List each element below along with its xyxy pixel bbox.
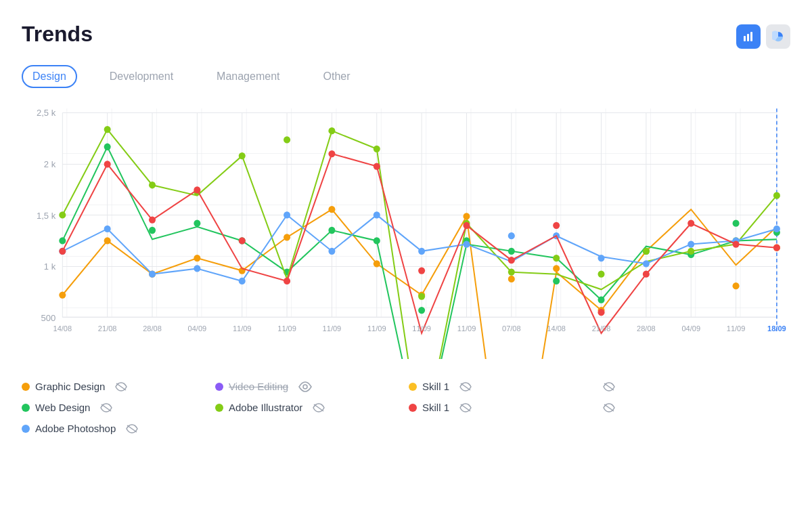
eye-hidden-icon-empty2[interactable]	[602, 402, 616, 413]
legend-dot-video-editing	[215, 383, 223, 391]
dot-graphic-design-11	[553, 265, 560, 272]
legend-empty-4	[409, 423, 597, 434]
dot-s1-0	[59, 248, 66, 255]
eye-hidden-icon-web-design[interactable]	[99, 402, 113, 413]
dot-graphic-design-5	[284, 234, 290, 240]
dot-web-design-2	[149, 227, 156, 234]
x-label-10: 07/08	[502, 324, 521, 333]
eye-hidden-icon-skill1-red[interactable]	[459, 402, 472, 413]
dot-s1-13	[643, 271, 650, 278]
legend-empty-3	[215, 423, 403, 434]
dot-ap-12	[597, 255, 604, 261]
legend-dot-skill1-red	[409, 404, 417, 412]
dot-ai-2	[149, 182, 156, 188]
legend-label-adobe-photoshop: Adobe Photoshop	[35, 423, 116, 434]
chart-grid	[62, 108, 777, 317]
dot-ai-11	[553, 255, 560, 261]
dot-web-design-1	[104, 144, 111, 150]
eye-hidden-icon-skill1-yellow[interactable]	[459, 381, 472, 392]
x-label-15: 11/09	[727, 324, 746, 333]
dot-graphic-design-3	[194, 255, 200, 261]
dot-ai-10	[508, 268, 515, 275]
dot-s1-10	[508, 257, 515, 263]
dot-web-design-12	[597, 297, 604, 303]
dot-ap-3	[194, 265, 200, 272]
bar-chart-icon	[742, 30, 754, 43]
eye-hidden-icon-empty1[interactable]	[602, 381, 616, 392]
dot-s1-14	[687, 220, 694, 227]
x-label-3: 04/09	[188, 324, 207, 333]
legend-item-empty2	[602, 402, 790, 413]
y-label-2-5k: 2,5 k	[37, 107, 56, 117]
dot-graphic-design-9	[463, 213, 470, 219]
pie-chart-button[interactable]	[766, 24, 790, 49]
dot-ap-16	[773, 226, 780, 232]
legend-label-graphic-design: Graphic Design	[35, 381, 105, 392]
legend-dot-adobe-illustrator	[215, 404, 223, 412]
tab-design[interactable]: Design	[22, 65, 77, 88]
svg-rect-1	[747, 34, 749, 41]
dot-s1-6	[328, 150, 335, 157]
svg-rect-2	[750, 32, 752, 41]
dot-s1-16	[773, 245, 780, 251]
pie-chart-icon	[772, 30, 784, 43]
legend-dot-adobe-photoshop	[22, 425, 30, 433]
dot-ai-0	[59, 211, 66, 218]
dot-web-design-8	[418, 307, 425, 314]
legend-label-video-editing: Video Editing	[229, 381, 288, 392]
x-label-0: 14/08	[53, 324, 72, 333]
dot-ap-2	[149, 271, 156, 278]
y-label-1-5k: 1,5 k	[37, 210, 56, 220]
x-label-6: 11/09	[323, 324, 342, 333]
eye-open-icon-video-editing[interactable]	[298, 381, 313, 392]
legend-item-skill1-red: Skill 1	[409, 402, 597, 413]
x-label-11: 14/08	[547, 324, 566, 333]
dot-graphic-design-7	[374, 260, 380, 267]
legend-label-web-design: Web Design	[35, 402, 90, 413]
dot-web-design-6	[328, 227, 335, 234]
tab-development[interactable]: Development	[99, 65, 184, 88]
legend-item-adobe-illustrator: Adobe Illustrator	[215, 402, 403, 413]
legend-dot-skill1-yellow	[409, 383, 417, 391]
dot-web-design-0	[59, 237, 66, 244]
eye-hidden-icon-graphic-design[interactable]	[114, 381, 128, 392]
dot-web-design-10	[508, 248, 515, 255]
tab-management[interactable]: Management	[206, 65, 290, 88]
dot-s1-5	[284, 278, 290, 284]
dot-ap-13	[643, 260, 650, 267]
bar-chart-button[interactable]	[736, 24, 761, 49]
legend-label-skill1-yellow: Skill 1	[422, 381, 449, 392]
dot-s1-9	[463, 222, 470, 229]
dot-ap-9	[463, 240, 470, 247]
eye-hidden-icon-adobe-illustrator[interactable]	[312, 402, 325, 413]
dot-ai-12	[597, 271, 604, 278]
dot-graphic-design-15	[733, 282, 740, 289]
dot-ai-5	[284, 136, 290, 143]
legend-item-skill1-yellow: Skill 1	[409, 381, 597, 392]
dot-web-design-7	[374, 237, 380, 244]
y-label-1k: 1 k	[44, 261, 56, 271]
legend-label-adobe-illustrator: Adobe Illustrator	[229, 402, 302, 413]
dot-web-design-3	[194, 220, 200, 227]
dot-s1-7	[374, 163, 380, 169]
legend-item-graphic-design: Graphic Design	[22, 381, 210, 392]
dot-s1-12	[597, 309, 604, 316]
trend-chart: 500 1 k 1,5 k 2 k 2,5 k	[22, 102, 790, 359]
page-title: Trends	[22, 22, 93, 47]
svg-rect-0	[744, 36, 746, 41]
legend-label-skill1-red: Skill 1	[422, 402, 449, 413]
x-label-7: 11/09	[367, 324, 386, 333]
dot-s1-1	[104, 161, 111, 167]
page-header: Trends	[22, 22, 790, 49]
dot-graphic-design-10	[508, 276, 515, 282]
dot-s1-3	[194, 186, 200, 193]
x-label-4: 11/09	[233, 324, 252, 333]
dot-s1-8	[418, 267, 425, 274]
legend-item-web-design: Web Design	[22, 402, 210, 413]
dot-graphic-design-6	[328, 206, 335, 213]
tab-other[interactable]: Other	[312, 65, 361, 88]
dot-ap-14	[687, 240, 694, 247]
eye-hidden-icon-adobe-photoshop[interactable]	[125, 423, 139, 434]
x-label-8: 11/09	[412, 324, 431, 333]
tab-bar: Design Development Management Other	[22, 65, 790, 88]
